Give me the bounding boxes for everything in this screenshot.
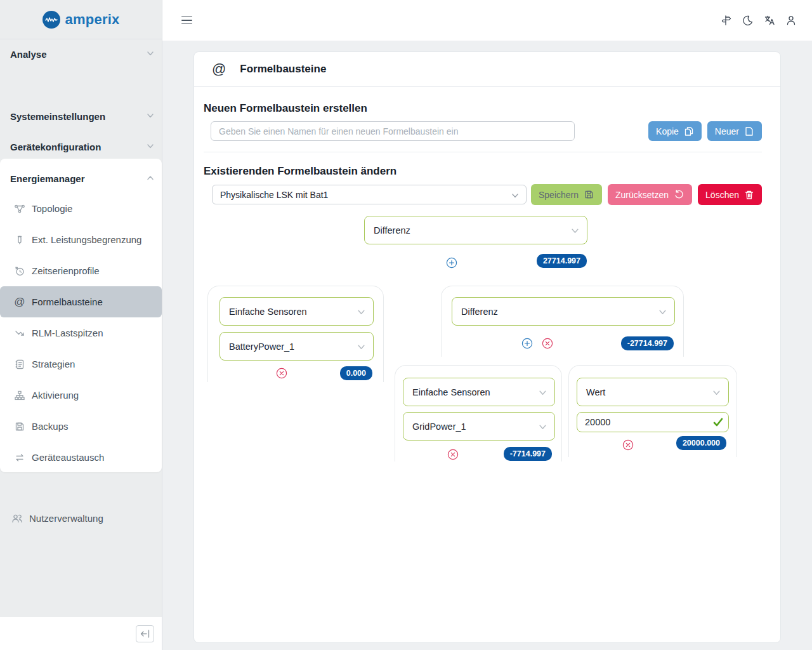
valid-check-icon: [712, 416, 724, 430]
root-operator-select[interactable]: Differenz: [364, 216, 587, 244]
sidebar-item-label: Backups: [32, 421, 69, 432]
translate-icon[interactable]: [764, 15, 775, 26]
main-content: @ Formelbausteine Neuen Formelbaustein e…: [162, 41, 812, 650]
load-peak-icon: [14, 328, 25, 339]
root-value-badge: 27714.997: [537, 254, 587, 268]
sidebar-item-zeitserienprofile[interactable]: Zeitserienprofile: [0, 255, 162, 286]
value-type-select[interactable]: Wert: [577, 378, 729, 406]
moon-icon[interactable]: [742, 15, 754, 26]
value-value-badge: 20000.000: [676, 436, 726, 450]
chevron-down-icon: [658, 308, 667, 318]
sidebar-group-analyse[interactable]: Analyse: [10, 46, 154, 62]
edit-heading: Existierenden Formelbaustein ändern: [204, 165, 762, 178]
topology-icon: [14, 203, 25, 215]
sidebar-item-label: Formelbausteine: [32, 296, 103, 307]
signpost-icon[interactable]: [721, 15, 732, 26]
sidebar-item-strategien[interactable]: Strategien: [0, 348, 162, 380]
copy-button[interactable]: Kopie: [648, 121, 702, 141]
remove-node-icon[interactable]: [276, 368, 287, 379]
trash-icon: [744, 190, 754, 200]
remove-node-icon[interactable]: [622, 439, 634, 451]
remove-node-icon[interactable]: [447, 449, 459, 460]
sitemap-icon: [14, 390, 25, 401]
sidebar-item-geraeteaustausch[interactable]: Geräteaustausch: [0, 442, 162, 473]
chevron-down-icon: [712, 388, 721, 399]
collapse-sidebar-button[interactable]: [136, 625, 154, 642]
reset-button[interactable]: Zurücksetzen: [608, 184, 692, 205]
chevron-down-icon: [357, 343, 365, 353]
value-input[interactable]: [577, 412, 729, 432]
energiemanager-panel: Energiemanager Topologie Ext. Leistungsb…: [0, 159, 162, 472]
add-operand-icon[interactable]: [446, 257, 457, 269]
sidebar-item-backups[interactable]: Backups: [0, 411, 162, 442]
arrow-left-icon: [140, 630, 150, 638]
copy-icon: [684, 126, 694, 136]
battery-node-card: Einfache Sensoren BatteryPower_1 0.000: [207, 286, 384, 382]
grid-node-card: Einfache Sensoren GridPower_1 -7714.997: [395, 365, 562, 461]
chevron-down-icon: [357, 308, 365, 318]
menu-toggle-icon[interactable]: [181, 17, 192, 25]
delete-button[interactable]: Löschen: [698, 184, 762, 205]
sidebar-item-label: Nutzerverwaltung: [29, 513, 103, 524]
sidebar: amperix Analyse Systemeinstellungen Gerä…: [0, 0, 162, 650]
sidebar-item-label: Zeitserienprofile: [32, 265, 100, 276]
chevron-down-icon: [539, 423, 547, 433]
sidebar-item-label: RLM-Lastspitzen: [32, 328, 103, 338]
difference-node-card: Differenz -27714.997: [441, 286, 684, 357]
sidebar-item-rlm-lastspitzen[interactable]: RLM-Lastspitzen: [0, 317, 162, 348]
chevron-down-icon: [511, 191, 519, 201]
grid-value-badge: -7714.997: [504, 447, 552, 461]
new-button[interactable]: Neuer: [707, 121, 762, 141]
sidebar-group-geraetekonfiguration[interactable]: Gerätekonfiguration: [10, 138, 154, 155]
chevron-down-icon: [147, 48, 154, 60]
save-button[interactable]: Speichern: [531, 184, 602, 205]
sidebar-bottom-group: Nutzerverwaltung: [0, 503, 162, 534]
sidebar-item-formelbausteine[interactable]: @ Formelbausteine: [0, 286, 162, 317]
grid-sensor-select[interactable]: GridPower_1: [403, 412, 555, 441]
new-formula-name-input[interactable]: [211, 121, 575, 141]
create-heading: Neuen Formelbaustein erstellen: [204, 102, 762, 115]
swap-icon: [14, 452, 25, 463]
floppy-icon: [14, 421, 25, 432]
formula-select[interactable]: Physikalische LSK mit Bat1: [212, 185, 527, 204]
undo-icon: [674, 189, 684, 200]
logo-wordmark: amperix: [65, 11, 120, 28]
save-icon: [584, 189, 594, 200]
difference-operator-select[interactable]: Differenz: [452, 297, 675, 326]
formula-select-value: Physikalische LSK mit Bat1: [220, 190, 328, 200]
add-operand-icon[interactable]: [521, 338, 533, 349]
sidebar-item-nutzerverwaltung[interactable]: Nutzerverwaltung: [0, 503, 162, 534]
user-icon[interactable]: [785, 15, 797, 26]
grid-type-select[interactable]: Einfache Sensoren: [403, 378, 555, 406]
sidebar-group-systemeinstellungen[interactable]: Systemeinstellungen: [10, 108, 154, 124]
sidebar-item-label: Ext. Leistungsbegrenzung: [32, 234, 141, 245]
battery-sensor-select[interactable]: BatteryPower_1: [219, 332, 374, 361]
logo[interactable]: amperix: [0, 0, 162, 39]
sidebar-item-aktivierung[interactable]: Aktivierung: [0, 380, 162, 411]
at-icon: @: [212, 61, 226, 77]
remove-node-icon[interactable]: [542, 338, 553, 349]
energiemanager-items: Topologie Ext. Leistungsbegrenzung Zeits…: [0, 193, 162, 473]
app-window: amperix Analyse Systemeinstellungen Gerä…: [0, 0, 812, 650]
chevron-down-icon: [147, 110, 154, 122]
sidebar-item-ext-leistungsbegrenzung[interactable]: Ext. Leistungsbegrenzung: [0, 224, 162, 255]
power-limit-icon: [14, 234, 25, 246]
card-header: @ Formelbausteine: [194, 52, 780, 87]
sidebar-item-topologie[interactable]: Topologie: [0, 193, 162, 224]
amperix-logo-icon: [43, 11, 60, 29]
difference-value-badge: -27714.997: [621, 336, 674, 350]
create-section: Neuen Formelbaustein erstellen Kopie Neu…: [194, 87, 780, 152]
sidebar-item-label: Aktivierung: [32, 390, 79, 401]
sidebar-group-energiemanager[interactable]: Energiemanager: [10, 170, 154, 187]
sidebar-footer: [0, 617, 162, 650]
sidebar-item-label: Strategien: [32, 359, 75, 369]
battery-value-badge: 0.000: [340, 366, 372, 380]
timeseries-icon: [14, 265, 25, 277]
sidebar-item-label: Geräteaustausch: [32, 452, 104, 463]
chevron-up-icon: [147, 173, 154, 184]
sidebar-item-label: Topologie: [32, 203, 72, 214]
battery-type-select[interactable]: Einfache Sensoren: [219, 297, 374, 326]
edit-section: Existierenden Formelbaustein ändern Phys…: [194, 152, 780, 205]
users-icon: [11, 513, 23, 524]
chevron-down-icon: [147, 141, 154, 152]
